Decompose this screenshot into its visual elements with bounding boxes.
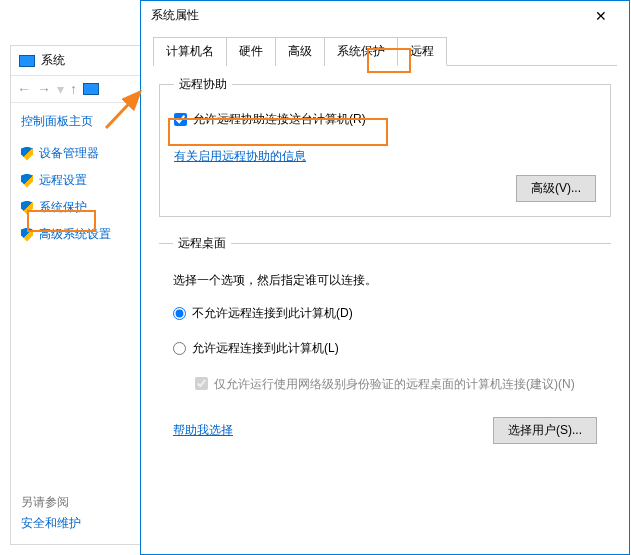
dialog-body: 远程协助 允许远程协助连接这台计算机(R) 有关启用远程协助的信息 高级(V).… [141,66,629,554]
see-also-section: 另请参阅 安全和维护 [21,492,81,534]
shield-icon [21,174,33,188]
close-button[interactable]: ✕ [583,8,619,24]
remote-assistance-group: 远程协助 允许远程协助连接这台计算机(R) 有关启用远程协助的信息 高级(V).… [159,76,611,217]
sidebar-item-advanced-settings[interactable]: 高级系统设置 [11,221,149,248]
remote-desktop-group: 远程桌面 选择一个选项，然后指定谁可以连接。 不允许远程连接到此计算机(D) 允… [159,235,611,444]
nla-only-checkbox [195,377,208,390]
tab-system-protection[interactable]: 系统保护 [324,37,398,66]
remote-assist-advanced-button[interactable]: 高级(V)... [516,175,596,202]
allow-remote-assist-label: 允许远程协助连接这台计算机(R) [193,111,366,128]
dialog-titlebar: 系统属性 ✕ [141,1,629,30]
back-arrow-icon[interactable]: ← [17,81,31,97]
allow-remote-row[interactable]: 允许远程连接到此计算机(L) [173,336,597,361]
remote-desktop-bottom-row: 帮助我选择 选择用户(S)... [173,417,597,444]
tab-advanced[interactable]: 高级 [275,37,325,66]
nla-only-row: 仅允许运行使用网络级别身份验证的远程桌面的计算机连接(建议)(N) [173,375,597,393]
bg-window-title: 系统 [41,52,65,69]
allow-remote-radio[interactable] [173,342,186,355]
see-also-link[interactable]: 安全和维护 [21,513,81,534]
tab-remote[interactable]: 远程 [397,37,447,66]
shield-icon [21,147,33,161]
allow-remote-assist-checkbox[interactable] [174,113,187,126]
dialog-title: 系统属性 [151,7,199,24]
recent-dropdown-icon[interactable]: ▾ [57,81,64,97]
remote-assistance-legend: 远程协助 [174,76,232,93]
bg-window-titlebar: 系统 [11,46,149,76]
shield-icon [21,201,33,215]
sidebar-items: 设备管理器 远程设置 系统保护 高级系统设置 [11,136,149,252]
allow-remote-label: 允许远程连接到此计算机(L) [192,340,339,357]
remote-assist-info-link[interactable]: 有关启用远程协助的信息 [174,148,306,165]
system-properties-dialog: 系统属性 ✕ 计算机名 硬件 高级 系统保护 远程 远程协助 允许远程协助连接这… [140,0,630,555]
sidebar-item-device-manager[interactable]: 设备管理器 [11,140,149,167]
monitor-icon [19,55,35,67]
control-panel-home-link[interactable]: 控制面板主页 [11,103,149,136]
control-panel-system-window: 系统 ← → ▾ ↑ 控制面板主页 设备管理器 远程设置 系统保护 高级系统设置… [10,45,150,545]
sidebar-item-label: 远程设置 [39,172,87,189]
see-also-label: 另请参阅 [21,492,81,513]
shield-icon [21,228,33,242]
bg-toolbar: ← → ▾ ↑ [11,76,149,103]
sidebar-item-label: 系统保护 [39,199,87,216]
select-users-button[interactable]: 选择用户(S)... [493,417,597,444]
sidebar-item-label: 设备管理器 [39,145,99,162]
sidebar-item-remote-settings[interactable]: 远程设置 [11,167,149,194]
sidebar-item-system-protection[interactable]: 系统保护 [11,194,149,221]
up-arrow-icon[interactable]: ↑ [70,81,77,97]
deny-remote-row[interactable]: 不允许远程连接到此计算机(D) [173,301,597,326]
deny-remote-label: 不允许远程连接到此计算机(D) [192,305,353,322]
deny-remote-radio[interactable] [173,307,186,320]
allow-remote-assist-row[interactable]: 允许远程协助连接这台计算机(R) [174,107,596,132]
tab-computer-name[interactable]: 计算机名 [153,37,227,66]
sidebar-item-label: 高级系统设置 [39,226,111,243]
remote-desktop-desc: 选择一个选项，然后指定谁可以连接。 [173,266,597,301]
remote-desktop-legend: 远程桌面 [173,235,231,252]
monitor-icon [83,83,99,95]
tab-bar: 计算机名 硬件 高级 系统保护 远程 [153,36,617,66]
nla-only-label: 仅允许运行使用网络级别身份验证的远程桌面的计算机连接(建议)(N) [214,375,575,393]
help-me-choose-link[interactable]: 帮助我选择 [173,422,233,439]
tab-hardware[interactable]: 硬件 [226,37,276,66]
forward-arrow-icon[interactable]: → [37,81,51,97]
